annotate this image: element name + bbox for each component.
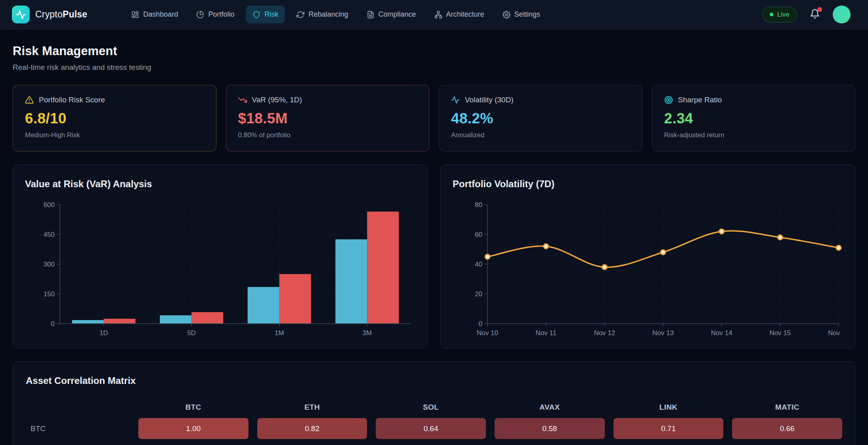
stat-label: Sharpe Ratio (678, 96, 722, 104)
matrix-column-header-sol: SOL (376, 403, 486, 412)
svg-text:1M: 1M (275, 329, 284, 337)
matrix-cell: 0.82 (257, 418, 367, 439)
stat-label-row: VaR (95%, 1D) (238, 96, 417, 104)
target-icon (664, 96, 673, 104)
stats-row: Portfolio Risk Score6.8/10Medium-High Ri… (13, 85, 855, 152)
nav-item-label: Settings (514, 10, 540, 19)
stat-card-risk-score: Portfolio Risk Score6.8/10Medium-High Ri… (13, 85, 216, 152)
nav-item-architecture[interactable]: Architecture (428, 6, 491, 23)
notifications-button[interactable] (809, 8, 821, 21)
nav-item-settings[interactable]: Settings (496, 6, 547, 23)
stat-label-row: Portfolio Risk Score (25, 96, 204, 104)
matrix-row-label-btc: BTC (26, 424, 130, 433)
nav-item-label: Portfolio (208, 10, 234, 19)
nav-item-compliance[interactable]: Compliance (360, 6, 423, 23)
nav-item-risk[interactable]: Risk (246, 6, 285, 23)
svg-text:1D: 1D (99, 329, 108, 337)
matrix-column-header-eth: ETH (257, 403, 367, 412)
correlation-matrix-grid: BTCETHSOLAVAXLINKMATICBTC1.000.820.640.5… (26, 403, 842, 439)
svg-text:450: 450 (44, 231, 55, 238)
live-label: Live (777, 11, 790, 19)
brand-name: CryptoPulse (35, 9, 87, 20)
stat-sub: 0.80% of portfolio (238, 131, 417, 139)
logo (12, 6, 30, 23)
svg-text:0: 0 (51, 320, 55, 328)
svg-text:300: 300 (44, 261, 55, 268)
stat-value: 6.8/10 (25, 110, 204, 127)
stat-label: Volatility (30D) (465, 96, 514, 104)
charts-row: Value at Risk (VaR) Analysis 01503004506… (13, 165, 855, 349)
svg-text:5D: 5D (187, 329, 196, 337)
correlation-matrix-card: Asset Correlation Matrix BTCETHSOLAVAXLI… (13, 361, 855, 445)
dashboard-icon (131, 11, 139, 19)
nav-item-rebalancing[interactable]: Rebalancing (290, 6, 355, 23)
svg-text:Nov 15: Nov 15 (769, 329, 791, 337)
nav-item-label: Risk (264, 10, 278, 19)
stat-label: VaR (95%, 1D) (252, 96, 302, 104)
nav-item-portfolio[interactable]: Portfolio (189, 6, 241, 23)
svg-text:Nov 16: Nov 16 (828, 329, 843, 337)
svg-text:150: 150 (44, 290, 55, 298)
nav-item-label: Architecture (446, 10, 484, 19)
volatility-line-chart: 020406080Nov 10Nov 11Nov 12Nov 13Nov 14N… (453, 199, 843, 339)
warning-icon (25, 96, 34, 104)
topbar: CryptoPulse DashboardPortfolioRiskRebala… (0, 0, 868, 29)
live-badge[interactable]: Live (762, 7, 797, 23)
stat-value: $18.5M (238, 110, 417, 127)
trending-down-icon (238, 96, 247, 104)
nav-item-label: Compliance (379, 10, 416, 19)
page-title: Risk Management (13, 44, 855, 58)
svg-text:Nov 13: Nov 13 (652, 329, 674, 337)
refresh-icon (296, 11, 304, 19)
activity-icon (16, 10, 26, 20)
brand-name-bold: Pulse (63, 9, 87, 19)
svg-text:60: 60 (475, 231, 482, 238)
document-icon (367, 11, 375, 19)
gear-icon (503, 11, 510, 19)
brand[interactable]: CryptoPulse (12, 6, 87, 23)
matrix-column-header-avax: AVAX (495, 403, 605, 412)
topbar-right: Live (762, 6, 851, 23)
matrix-column-header-matic: MATIC (732, 403, 842, 412)
svg-text:Nov 12: Nov 12 (594, 329, 615, 337)
svg-text:3M: 3M (362, 329, 372, 337)
stat-card-sharpe: Sharpe Ratio2.34Risk-adjusted return (652, 85, 856, 152)
matrix-cell: 0.71 (614, 418, 724, 439)
svg-text:20: 20 (475, 290, 482, 298)
matrix-title: Asset Correlation Matrix (26, 375, 842, 386)
live-dot-icon (770, 13, 773, 16)
matrix-cell: 1.00 (138, 418, 249, 439)
nav-item-label: Dashboard (143, 10, 178, 19)
nav-item-label: Rebalancing (308, 10, 348, 19)
stat-sub: Annualized (451, 131, 630, 139)
svg-text:600: 600 (44, 201, 55, 209)
volatility-chart-title: Portfolio Volatility (7D) (453, 178, 843, 190)
risk-management-page: Risk Management Real-time risk analytics… (0, 44, 868, 445)
stat-sub: Medium-High Risk (25, 131, 204, 139)
page-subtitle: Real-time risk analytics and stress test… (13, 63, 855, 72)
stat-label-row: Volatility (30D) (451, 96, 630, 104)
notification-dot (817, 7, 822, 12)
var-bar-chart: 01503004506001D5D1M3M (25, 199, 414, 339)
svg-text:40: 40 (475, 261, 482, 268)
stat-value: 2.34 (664, 110, 843, 127)
activity-icon (451, 96, 460, 104)
svg-text:Nov 11: Nov 11 (535, 329, 556, 337)
svg-text:80: 80 (475, 201, 482, 209)
svg-text:Nov 14: Nov 14 (711, 329, 732, 337)
architecture-icon (434, 11, 442, 19)
stat-card-volatility: Volatility (30D)48.2%Annualized (439, 85, 642, 152)
pie-chart-icon (196, 11, 204, 19)
brand-name-regular: Crypto (35, 9, 63, 19)
stat-label: Portfolio Risk Score (39, 96, 105, 104)
matrix-cell: 0.66 (732, 418, 842, 439)
stat-label-row: Sharpe Ratio (664, 96, 843, 104)
nav-item-dashboard[interactable]: Dashboard (124, 6, 185, 23)
svg-text:Nov 10: Nov 10 (477, 329, 498, 337)
var-chart-card: Value at Risk (VaR) Analysis 01503004506… (13, 165, 428, 349)
matrix-cell: 0.64 (376, 418, 486, 439)
avatar[interactable] (833, 6, 851, 23)
stat-card-var: VaR (95%, 1D)$18.5M0.80% of portfolio (226, 85, 430, 152)
shield-icon (252, 11, 260, 19)
main-nav: DashboardPortfolioRiskRebalancingComplia… (124, 6, 547, 23)
